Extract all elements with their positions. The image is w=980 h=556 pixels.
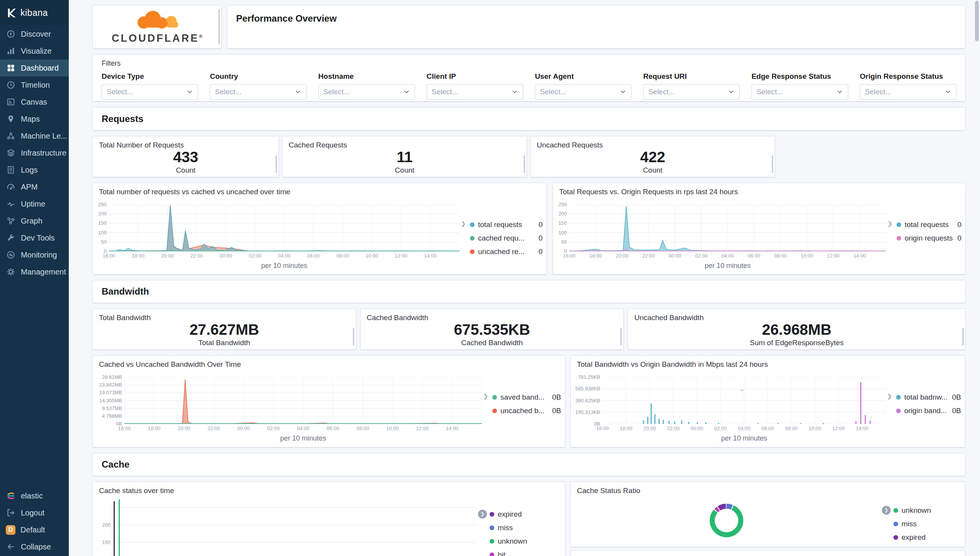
sidebar-item-uptime[interactable]: Uptime	[0, 195, 69, 212]
legend-item-cached-requ[interactable]: cached requ... 0	[470, 234, 543, 243]
clock-chart-icon	[6, 80, 16, 90]
cache-status-over-time-panel: Cache status over time 200 150 ❯ expired…	[92, 481, 565, 556]
sidebar-footer-item-default[interactable]: DDefault	[0, 521, 69, 538]
sidebar-item-label: Visualize	[21, 47, 52, 56]
sidebar-item-discover[interactable]: Discover	[0, 25, 69, 42]
panel-scrollbar[interactable]	[353, 328, 354, 346]
sidebar-item-label: Logs	[21, 166, 37, 175]
legend-item-origin-band[interactable]: origin band... 0B	[896, 406, 961, 415]
filter-select-client-ip[interactable]: Select...	[427, 84, 523, 100]
legend-item-saved-band[interactable]: saved band... 0B	[492, 393, 561, 402]
sidebar-item-infrastructure[interactable]: Infrastructure	[0, 144, 69, 161]
bandwidth-header-row: Bandwidth	[92, 280, 966, 303]
logs-icon	[6, 165, 16, 175]
sidebar-item-maps[interactable]: Maps	[0, 110, 69, 127]
panel-scrollbar[interactable]	[772, 155, 773, 173]
sidebar-item-label: Dashboard	[21, 64, 59, 73]
sidebar-footer-item-collapse[interactable]: Collapse	[0, 538, 69, 555]
legend-toggle-icon[interactable]: ❯	[882, 506, 891, 515]
legend-item-uncached-b[interactable]: uncached b... 0B	[492, 406, 561, 415]
page-scrollbar-thumb[interactable]	[975, 1, 979, 41]
legend-toggle-icon[interactable]: ❯	[886, 220, 894, 270]
sidebar-item-label: Uptime	[21, 200, 45, 208]
filter-select-device-type[interactable]: Select...	[102, 84, 198, 100]
sidebar: kibana DiscoverVisualizeDashboardTimelio…	[0, 0, 69, 556]
sidebar-item-monitoring[interactable]: Monitoring	[0, 246, 69, 263]
sidebar-item-label: Timelion	[21, 81, 50, 90]
filter-label: Request URI	[643, 72, 740, 81]
filter-label: Edge Response Status	[752, 72, 848, 81]
legend-label: total badnw...	[904, 393, 949, 402]
cloudflare-logo: CLOUDFLARE®	[112, 9, 202, 44]
sidebar-item-apm[interactable]: APM	[0, 178, 69, 195]
filter-client-ip: Client IP Select...	[427, 72, 523, 100]
sidebar-item-visualize[interactable]: Visualize	[0, 42, 69, 59]
sidebar-item-label: Logout	[21, 509, 44, 517]
series-color-dot	[492, 395, 497, 400]
legend-item-miss[interactable]: miss	[893, 519, 965, 529]
legend-item-unknown[interactable]: unknown	[490, 537, 561, 546]
sidebar-item-machine-le[interactable]: Machine Le...	[0, 127, 69, 144]
legend-item-unknown[interactable]: unknown	[893, 506, 965, 515]
sidebar-footer: elasticLogoutDDefaultCollapse	[0, 487, 69, 556]
legend-toggle-icon[interactable]: ❯	[478, 510, 487, 519]
legend-value: 0	[538, 220, 543, 229]
cache-status-donut[interactable]	[703, 497, 750, 544]
legend-item-expired[interactable]: expired	[490, 510, 561, 519]
metric-center: 11 Count	[289, 149, 521, 175]
dashboard-title: Performance Overview	[236, 13, 965, 24]
legend-item-hit[interactable]: hit	[893, 546, 965, 547]
series-color-dot	[490, 512, 494, 517]
legend-item-miss[interactable]: miss	[490, 523, 561, 532]
sidebar-footer-item-elastic[interactable]: elastic	[0, 487, 69, 504]
series-color-dot	[896, 409, 901, 413]
select-placeholder: Select...	[757, 88, 783, 96]
legend-item-uncached-re[interactable]: uncached re... 0	[470, 247, 543, 256]
filter-select-country[interactable]: Select...	[210, 84, 306, 100]
sidebar-item-management[interactable]: Management	[0, 263, 69, 280]
sidebar-item-label: Machine Le...	[21, 132, 67, 141]
requests-header-row: Requests	[92, 107, 966, 131]
sidebar-item-dashboard[interactable]: Dashboard	[0, 59, 69, 76]
sidebar-item-logs[interactable]: Logs	[0, 161, 69, 178]
filter-select-edge-response-status[interactable]: Select...	[752, 84, 848, 100]
chart-plot: 200 150	[95, 497, 478, 556]
kibana-home-link[interactable]: kibana	[0, 0, 69, 25]
legend-item-expired[interactable]: expired	[893, 533, 965, 542]
legend-toggle-icon[interactable]: ❯	[459, 220, 467, 270]
legend-toggle-icon[interactable]: ❯	[886, 393, 893, 442]
metric-title: Uncached Requests	[537, 141, 769, 149]
filter-select-request-uri[interactable]: Select...	[643, 84, 740, 100]
panel-scrollbar[interactable]	[276, 155, 277, 173]
legend-label: hit	[498, 551, 561, 556]
filter-device-type: Device Type Select...	[102, 72, 198, 100]
chevron-down-icon	[836, 88, 843, 95]
series-color-dot	[470, 249, 475, 254]
filter-select-hostname[interactable]: Select...	[318, 84, 415, 100]
panel-scrollbar[interactable]	[620, 328, 622, 346]
sidebar-footer-item-logout[interactable]: Logout	[0, 504, 69, 521]
legend-item-origin-requests[interactable]: origin requests 0	[897, 234, 961, 243]
legend-toggle-icon[interactable]: ❯	[482, 393, 490, 442]
panel-scrollbar[interactable]	[524, 155, 525, 173]
filter-select-origin-response-status[interactable]: Select...	[860, 84, 956, 100]
filter-select-user-agent[interactable]: Select...	[535, 84, 631, 100]
legend-item-total-requests[interactable]: total requests 0	[470, 220, 543, 229]
sidebar-item-canvas[interactable]: Canvas	[0, 93, 69, 110]
chevron-down-icon	[511, 88, 518, 95]
y-axis-labels: 28.61MB23.842MB19.073MB14.305MB9.537MB4.…	[95, 377, 124, 424]
legend-item-total-requests[interactable]: total requests 0	[897, 220, 961, 229]
chart-title: Top URIs with Cache Status Miss	[571, 551, 965, 556]
panel-scrollbar[interactable]	[218, 9, 220, 44]
sidebar-item-dev-tools[interactable]: Dev Tools	[0, 229, 69, 246]
legend-item-total-badnw[interactable]: total badnw... 0B	[896, 393, 961, 402]
panel-scrollbar[interactable]	[962, 328, 964, 346]
sidebar-item-label: Monitoring	[21, 251, 57, 259]
sidebar-item-graph[interactable]: Graph	[0, 212, 69, 229]
metric-title: Total Bandwidth	[99, 314, 350, 322]
filter-label: Hostname	[318, 72, 415, 81]
map-pin-icon	[6, 114, 16, 124]
legend-item-hit[interactable]: hit	[490, 550, 561, 556]
legend-label: hit	[902, 547, 965, 547]
sidebar-item-timelion[interactable]: Timelion	[0, 76, 69, 93]
